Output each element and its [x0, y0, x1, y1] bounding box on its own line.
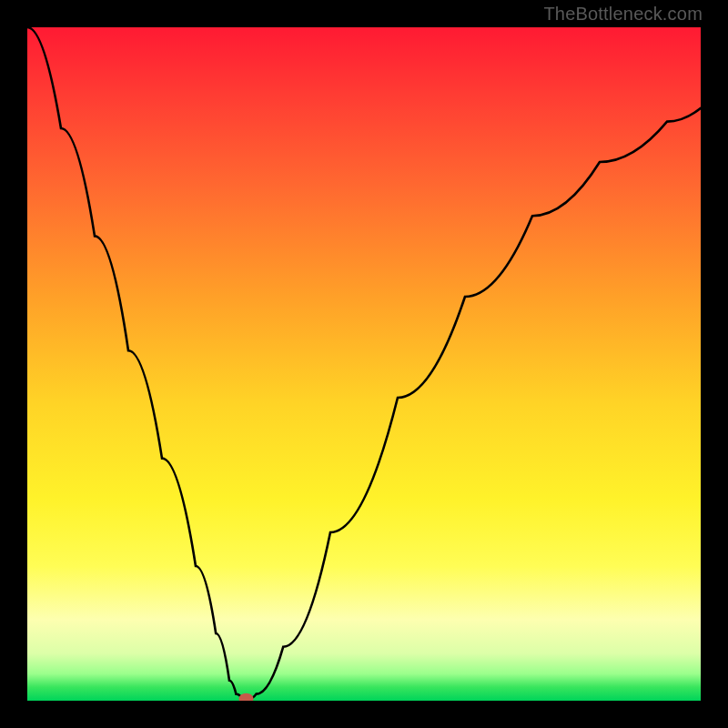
curve-layer — [27, 27, 701, 701]
min-point-marker — [239, 693, 254, 701]
chart-frame: TheBottleneck.com — [0, 0, 728, 728]
plot-area — [27, 27, 701, 701]
attribution-label: TheBottleneck.com — [543, 4, 703, 25]
bottleneck-curve — [27, 27, 701, 699]
